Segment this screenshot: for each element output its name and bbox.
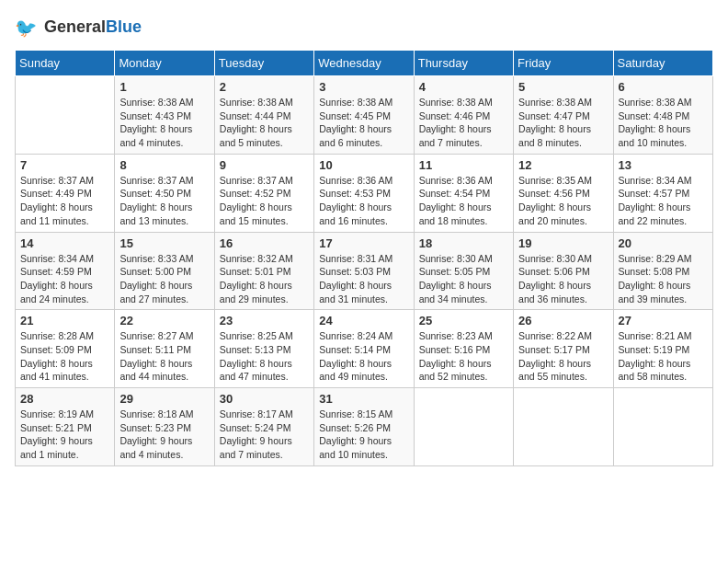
day-number: 25 xyxy=(419,314,508,327)
calendar-cell: 15Sunrise: 8:33 AMSunset: 5:00 PMDayligh… xyxy=(115,232,214,310)
calendar-cell: 10Sunrise: 8:36 AMSunset: 4:53 PMDayligh… xyxy=(314,154,414,232)
day-details: Sunrise: 8:35 AMSunset: 4:56 PMDaylight:… xyxy=(518,174,608,228)
calendar-cell: 20Sunrise: 8:29 AMSunset: 5:08 PMDayligh… xyxy=(613,232,712,310)
calendar-cell: 16Sunrise: 8:32 AMSunset: 5:01 PMDayligh… xyxy=(214,232,313,310)
calendar-cell: 2Sunrise: 8:38 AMSunset: 4:44 PMDaylight… xyxy=(214,76,313,155)
day-number: 26 xyxy=(518,314,608,327)
day-number: 28 xyxy=(20,392,109,406)
day-details: Sunrise: 8:36 AMSunset: 4:53 PMDaylight:… xyxy=(319,174,408,228)
calendar-cell: 1Sunrise: 8:38 AMSunset: 4:43 PMDaylight… xyxy=(115,76,214,155)
calendar-cell: 28Sunrise: 8:19 AMSunset: 5:21 PMDayligh… xyxy=(16,388,115,466)
weekday-header-wednesday: Wednesday xyxy=(314,51,414,76)
day-details: Sunrise: 8:27 AMSunset: 5:11 PMDaylight:… xyxy=(119,329,209,384)
calendar-cell: 11Sunrise: 8:36 AMSunset: 4:54 PMDayligh… xyxy=(414,154,513,232)
calendar-cell: 17Sunrise: 8:31 AMSunset: 5:03 PMDayligh… xyxy=(314,232,414,310)
calendar-cell: 23Sunrise: 8:25 AMSunset: 5:13 PMDayligh… xyxy=(214,310,313,388)
day-details: Sunrise: 8:19 AMSunset: 5:21 PMDaylight:… xyxy=(20,408,109,462)
day-number: 11 xyxy=(419,158,508,172)
day-number: 8 xyxy=(119,158,209,172)
day-details: Sunrise: 8:36 AMSunset: 4:54 PMDaylight:… xyxy=(419,174,508,228)
calendar-cell: 8Sunrise: 8:37 AMSunset: 4:50 PMDaylight… xyxy=(115,154,214,232)
day-details: Sunrise: 8:21 AMSunset: 5:19 PMDaylight:… xyxy=(619,329,708,384)
calendar-cell xyxy=(613,388,712,466)
weekday-header-friday: Friday xyxy=(514,51,613,76)
calendar-cell: 13Sunrise: 8:34 AMSunset: 4:57 PMDayligh… xyxy=(613,154,712,232)
calendar-cell: 9Sunrise: 8:37 AMSunset: 4:52 PMDaylight… xyxy=(214,154,313,232)
day-number: 4 xyxy=(419,80,508,94)
day-details: Sunrise: 8:28 AMSunset: 5:09 PMDaylight:… xyxy=(20,329,109,384)
day-number: 12 xyxy=(518,158,608,172)
day-number: 27 xyxy=(619,314,708,327)
calendar-week-1: 1Sunrise: 8:38 AMSunset: 4:43 PMDaylight… xyxy=(16,76,713,155)
calendar-cell: 27Sunrise: 8:21 AMSunset: 5:19 PMDayligh… xyxy=(613,310,712,388)
calendar-cell xyxy=(16,76,115,155)
weekday-header-saturday: Saturday xyxy=(613,51,712,76)
calendar-cell: 18Sunrise: 8:30 AMSunset: 5:05 PMDayligh… xyxy=(414,232,513,310)
calendar-cell: 21Sunrise: 8:28 AMSunset: 5:09 PMDayligh… xyxy=(16,310,115,388)
calendar-week-2: 7Sunrise: 8:37 AMSunset: 4:49 PMDaylight… xyxy=(16,154,713,232)
day-number: 15 xyxy=(119,236,209,250)
day-number: 24 xyxy=(319,314,408,327)
calendar-cell xyxy=(514,388,613,466)
day-details: Sunrise: 8:34 AMSunset: 4:57 PMDaylight:… xyxy=(619,174,708,228)
page-header: 🐦 GeneralBlue xyxy=(15,15,713,40)
logo-icon: 🐦 xyxy=(15,15,40,40)
day-number: 21 xyxy=(20,314,109,327)
calendar-cell: 30Sunrise: 8:17 AMSunset: 5:24 PMDayligh… xyxy=(214,388,313,466)
day-number: 30 xyxy=(220,392,309,406)
day-details: Sunrise: 8:38 AMSunset: 4:46 PMDaylight:… xyxy=(419,96,508,150)
calendar-cell: 29Sunrise: 8:18 AMSunset: 5:23 PMDayligh… xyxy=(115,388,214,466)
calendar-cell: 14Sunrise: 8:34 AMSunset: 4:59 PMDayligh… xyxy=(16,232,115,310)
day-details: Sunrise: 8:37 AMSunset: 4:49 PMDaylight:… xyxy=(20,174,109,228)
day-number: 2 xyxy=(220,80,309,94)
day-number: 22 xyxy=(119,314,209,327)
day-number: 10 xyxy=(319,158,408,172)
day-number: 16 xyxy=(220,236,309,250)
calendar-cell: 12Sunrise: 8:35 AMSunset: 4:56 PMDayligh… xyxy=(514,154,613,232)
weekday-header-thursday: Thursday xyxy=(414,51,513,76)
calendar-cell xyxy=(414,388,513,466)
day-details: Sunrise: 8:24 AMSunset: 5:14 PMDaylight:… xyxy=(319,329,408,384)
day-details: Sunrise: 8:25 AMSunset: 5:13 PMDaylight:… xyxy=(220,329,309,384)
calendar-cell: 26Sunrise: 8:22 AMSunset: 5:17 PMDayligh… xyxy=(514,310,613,388)
day-details: Sunrise: 8:38 AMSunset: 4:45 PMDaylight:… xyxy=(319,96,408,150)
day-number: 3 xyxy=(319,80,408,94)
day-number: 9 xyxy=(220,158,309,172)
weekday-header-sunday: Sunday xyxy=(16,51,115,76)
day-details: Sunrise: 8:30 AMSunset: 5:05 PMDaylight:… xyxy=(419,252,508,306)
day-number: 20 xyxy=(619,236,708,250)
calendar-week-4: 21Sunrise: 8:28 AMSunset: 5:09 PMDayligh… xyxy=(16,310,713,388)
calendar-header: SundayMondayTuesdayWednesdayThursdayFrid… xyxy=(16,51,713,76)
day-number: 13 xyxy=(619,158,708,172)
day-number: 17 xyxy=(319,236,408,250)
day-number: 31 xyxy=(319,392,408,406)
calendar-cell: 6Sunrise: 8:38 AMSunset: 4:48 PMDaylight… xyxy=(613,76,712,155)
logo: 🐦 GeneralBlue xyxy=(15,15,142,40)
day-details: Sunrise: 8:38 AMSunset: 4:47 PMDaylight:… xyxy=(518,96,608,150)
day-details: Sunrise: 8:32 AMSunset: 5:01 PMDaylight:… xyxy=(220,252,309,306)
day-number: 18 xyxy=(419,236,508,250)
day-details: Sunrise: 8:34 AMSunset: 4:59 PMDaylight:… xyxy=(20,252,109,306)
day-number: 7 xyxy=(20,158,109,172)
day-details: Sunrise: 8:33 AMSunset: 5:00 PMDaylight:… xyxy=(119,252,209,306)
calendar-cell: 3Sunrise: 8:38 AMSunset: 4:45 PMDaylight… xyxy=(314,76,414,155)
logo-text: GeneralBlue xyxy=(44,18,142,37)
day-number: 14 xyxy=(20,236,109,250)
calendar-week-5: 28Sunrise: 8:19 AMSunset: 5:21 PMDayligh… xyxy=(16,388,713,466)
calendar-table: SundayMondayTuesdayWednesdayThursdayFrid… xyxy=(15,50,713,466)
day-details: Sunrise: 8:31 AMSunset: 5:03 PMDaylight:… xyxy=(319,252,408,306)
day-number: 23 xyxy=(220,314,309,327)
day-details: Sunrise: 8:22 AMSunset: 5:17 PMDaylight:… xyxy=(518,329,608,384)
day-details: Sunrise: 8:38 AMSunset: 4:44 PMDaylight:… xyxy=(220,96,309,150)
day-details: Sunrise: 8:17 AMSunset: 5:24 PMDaylight:… xyxy=(220,408,309,462)
day-details: Sunrise: 8:15 AMSunset: 5:26 PMDaylight:… xyxy=(319,408,408,462)
calendar-week-3: 14Sunrise: 8:34 AMSunset: 4:59 PMDayligh… xyxy=(16,232,713,310)
day-details: Sunrise: 8:38 AMSunset: 4:43 PMDaylight:… xyxy=(119,96,209,150)
day-number: 6 xyxy=(619,80,708,94)
calendar-cell: 5Sunrise: 8:38 AMSunset: 4:47 PMDaylight… xyxy=(514,76,613,155)
svg-text:🐦: 🐦 xyxy=(15,17,38,39)
day-number: 29 xyxy=(119,392,209,406)
weekday-row: SundayMondayTuesdayWednesdayThursdayFrid… xyxy=(16,51,713,76)
calendar-cell: 4Sunrise: 8:38 AMSunset: 4:46 PMDaylight… xyxy=(414,76,513,155)
day-number: 1 xyxy=(119,80,209,94)
